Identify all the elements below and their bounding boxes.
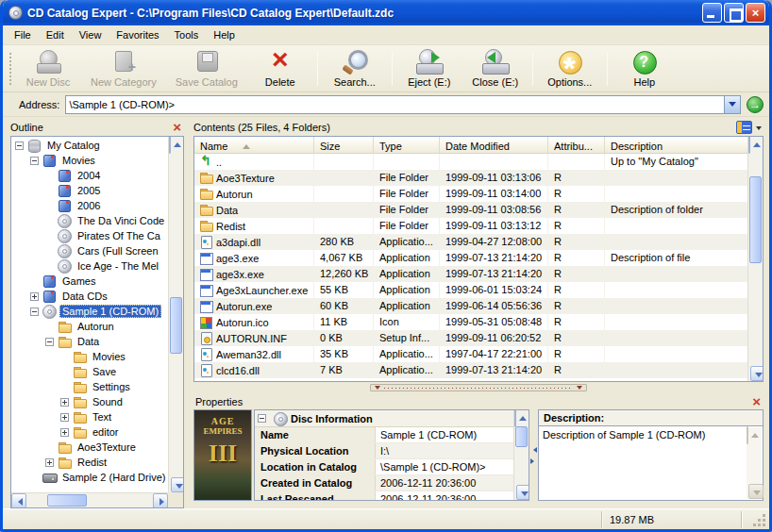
close-button[interactable]: × [746,3,765,23]
tree-item-my-catalog[interactable]: My Catalog [11,138,168,153]
address-dropdown-button[interactable] [724,96,740,113]
description-text[interactable]: Description of Sample 1 (CD-ROM) [539,426,747,500]
search-button[interactable]: Search... [322,47,388,91]
column-header-size[interactable]: Size [314,137,374,153]
tree-item-sample-2-hard-drive[interactable]: Sample 2 (Hard Drive) [11,470,168,485]
close-e-button[interactable]: Close (E:) [462,47,529,91]
tree-horizontal-scrollbar[interactable] [11,492,168,507]
property-row-name[interactable]: NameSample 1 (CD-ROM) [255,427,513,443]
tree-item-data-cds[interactable]: Data CDs [11,289,168,304]
tree-item-pirates-of-the-ca[interactable]: Pirates Of The Ca [11,228,168,243]
expand-plus-icon[interactable] [30,292,39,301]
tree-vscroll-thumb[interactable] [170,297,182,354]
tree-item-redist[interactable]: Redist [11,455,168,470]
expand-plus-icon[interactable] [60,398,69,407]
property-row-created-in-catalog[interactable]: Created in Catalog2006-12-11 20:36:00 [255,475,513,491]
scroll-up-icon[interactable] [748,136,750,154]
tree-item-movies[interactable]: Movies [11,153,168,168]
tree-item-sample-1-cd-rom[interactable]: Sample 1 (CD-ROM) [11,304,168,319]
resize-grip[interactable] [754,515,766,527]
tree-item-movies[interactable]: Movies [11,349,168,364]
menu-view[interactable]: View [72,26,109,43]
tree-item-2006[interactable]: 2006 [11,198,168,213]
table-row-aweman32-dll[interactable]: Aweman32.dll35 KBApplicatio...1997-04-17… [194,346,747,362]
table-row-age3xlauncher-exe[interactable]: Age3xLauncher.exe55 KBApplication1999-06… [194,282,747,298]
tree-item-games[interactable]: Games [11,274,168,289]
view-mode-icon[interactable] [736,121,752,134]
props-vscroll-thumb[interactable] [515,426,528,447]
table-vscroll-thumb[interactable] [749,176,762,263]
tree-item-2005[interactable]: 2005 [11,183,168,198]
menu-help[interactable]: Help [206,26,243,43]
table-row-autorun[interactable]: AutorunFile Folder1999-09-11 03:14:00R [194,186,747,202]
table-row-autorun-exe[interactable]: Autorun.exe60 KBApplication1999-06-14 05… [194,298,747,314]
table-row-autorun-inf[interactable]: AUTORUN.INF0 KBSetup Inf...1999-09-11 06… [194,330,747,346]
tree-item-settings[interactable]: Settings [11,379,168,394]
properties-close-icon[interactable]: × [749,395,764,408]
view-mode-dropdown-icon[interactable] [756,126,762,133]
scroll-up-icon[interactable] [514,409,516,427]
expand-plus-icon[interactable] [60,428,69,437]
help-button[interactable]: Help [612,47,678,91]
toolbar-drag-handle[interactable] [8,51,12,87]
tree-item-autorun[interactable]: Autorun [11,319,168,334]
expand-plus-icon[interactable] [60,413,69,422]
menu-favorites[interactable]: Favorites [109,26,166,43]
tree-item-aoe3texture[interactable]: Aoe3Texture [11,440,168,455]
menu-file[interactable]: File [7,26,39,43]
options-button[interactable]: Options... [537,47,603,91]
table-row-data[interactable]: DataFile Folder1999-09-11 03:08:56RDescr… [194,202,747,218]
address-input[interactable] [66,96,724,113]
scroll-down-icon[interactable] [171,477,184,492]
table-row-age3x-exe[interactable]: age3x.exe12,260 KBApplication1999-07-13 … [194,266,747,282]
column-header-description[interactable]: Description [605,137,747,153]
tree-item-2004[interactable]: 2004 [11,168,168,183]
collapse-minus-icon[interactable] [45,338,54,346]
table-row-clcd16-dll[interactable]: clcd16.dll7 KBApplicatio...1999-07-13 21… [194,362,747,378]
tree-item-sound[interactable]: Sound [11,394,168,409]
expand-plus-icon[interactable] [45,458,54,467]
tree-item-text[interactable]: Text [11,409,168,424]
property-row-location-in-catalog[interactable]: Location in Catalog\Sample 1 (CD-ROM)> [255,459,513,475]
scroll-up-icon[interactable] [169,136,171,154]
collapse-minus-icon[interactable] [30,157,39,165]
table-row-autorun-ico[interactable]: Autorun.ico11 KBIcon1999-05-31 05:08:48R [194,314,747,330]
table-row-redist[interactable]: RedistFile Folder1999-09-11 03:13:12R [194,218,747,234]
tree-vertical-scrollbar[interactable] [168,137,183,492]
tree-item-cars-full-screen[interactable]: Cars (Full Screen [11,243,168,258]
tree-item-editor[interactable]: editor [11,424,168,440]
tree-hscroll-thumb[interactable] [47,494,87,507]
tree-item-ice-age-the-mel[interactable]: Ice Age - The Mel [11,258,168,274]
column-header-type[interactable]: Type [374,137,440,153]
column-header-attribu[interactable]: Attribu... [548,137,605,153]
menu-edit[interactable]: Edit [39,26,72,43]
properties-vertical-scrollbar[interactable] [513,410,529,500]
property-row-physical-location[interactable]: Physical LocationI:\ [255,443,513,459]
table-row-a3dapi-dll[interactable]: a3dapi.dll280 KBApplicatio...1999-04-27 … [194,234,747,250]
column-header-date-modified[interactable]: Date Modified [440,137,548,153]
tree-item-the-da-vinci-code[interactable]: The Da Vinci Code [11,213,168,228]
tree-item-data[interactable]: Data [11,334,168,349]
scroll-down-icon[interactable] [516,485,529,500]
horizontal-splitter[interactable] [370,384,587,391]
maximize-button[interactable] [724,3,744,23]
menu-tools[interactable]: Tools [167,26,207,43]
eject-e-button[interactable]: Eject (E:) [396,47,462,91]
table-row-aoe3texture[interactable]: Aoe3TextureFile Folder1999-09-11 03:13:0… [194,170,747,186]
scroll-down-icon[interactable] [750,366,764,381]
group-collapse-icon[interactable] [258,414,266,423]
outline-close-icon[interactable]: × [170,121,184,134]
property-row-last-rescaned[interactable]: Last Rescaned2006-12-11 20:36:00 [255,491,513,500]
vertical-splitter[interactable] [529,409,538,501]
delete-button[interactable]: Delete [247,47,313,91]
table-row-item[interactable]: ..Up to "My Catalog" [194,154,747,170]
table-row-age3-exe[interactable]: age3.exe4,067 KBApplication1999-07-13 21… [194,250,747,266]
table-vertical-scrollbar[interactable] [747,137,763,381]
tree-item-save[interactable]: Save [11,364,168,379]
scroll-left-icon[interactable] [11,493,26,508]
column-header-name[interactable]: Name [194,137,314,153]
scroll-right-icon[interactable] [153,493,168,508]
minimize-button[interactable] [702,3,722,23]
address-go-button[interactable]: → [747,96,764,113]
collapse-minus-icon[interactable] [15,141,24,150]
